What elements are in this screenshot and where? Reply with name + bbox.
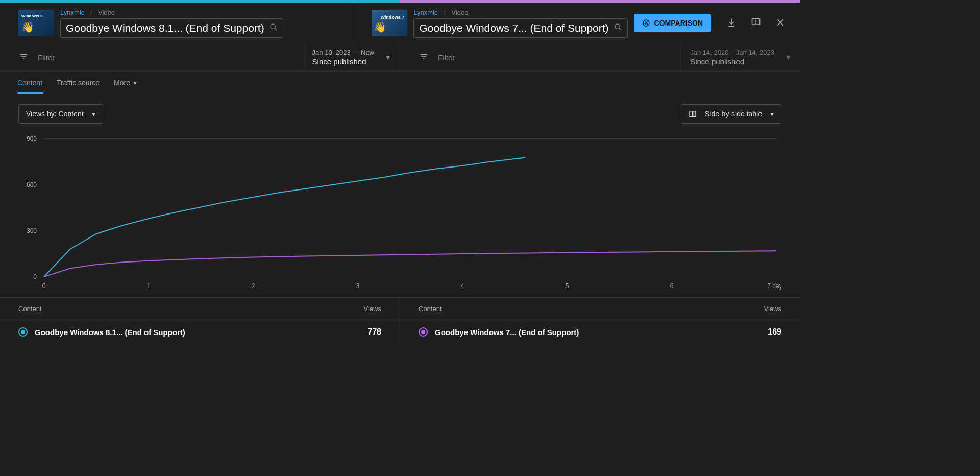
right-video-thumbnail[interactable]: 👋 Windows 7 [372,10,407,36]
side-by-side-dropdown[interactable]: Side-by-side table ▾ [681,104,781,124]
side-by-side-label: Side-by-side table [705,110,762,118]
svg-text:300: 300 [27,227,37,234]
filter-icon [18,52,29,63]
search-icon[interactable] [614,23,622,33]
views-by-label: Views by: Content [26,110,84,118]
right-filter-placeholder: Filter [438,53,455,62]
feedback-icon[interactable] [751,17,761,29]
breadcrumb-sep: / [90,9,92,16]
download-icon[interactable] [726,17,737,29]
chevron-down-icon: ▾ [92,110,95,118]
table-right-pane: Content Views Goodbye Windows 7... (End … [400,298,800,344]
header-actions [720,17,800,29]
series-radio-right[interactable] [419,327,428,337]
left-title-box[interactable]: Goodbye Windows 8.1... (End of Support) [60,18,283,38]
views-by-dropdown[interactable]: Views by: Content ▾ [18,104,103,124]
right-title-block: Lynxmic / Video Goodbye Windows 7... (En… [413,9,627,38]
chart-area: 030060090001234567 days [0,129,800,292]
left-breadcrumb-type: Video [98,9,115,16]
left-video-thumbnail[interactable]: Windows 8 👋 [18,10,54,36]
tabs-row: Content Traffic source More▾ [0,72,800,94]
svg-text:0: 0 [42,282,46,290]
search-icon[interactable] [270,23,278,33]
right-title-box[interactable]: Goodbye Windows 7... (End of Support) [413,18,627,38]
svg-point-2 [615,24,620,29]
filter-row: Filter Jan 10, 2023 — Now Since publishe… [0,43,800,72]
svg-text:2: 2 [252,282,255,290]
th-content: Content [18,305,320,313]
svg-text:1: 1 [147,282,151,290]
comparison-button-label: COMPARISON [654,19,703,27]
table-left-views: 778 [320,327,381,337]
svg-text:7 days: 7 days [767,282,781,290]
table-right-views: 169 [720,327,781,337]
right-breadcrumb-channel[interactable]: Lynxmic [413,9,437,16]
right-pane-header: 👋 Windows 7 Lynxmic / Video Goodbye Wind… [353,9,720,38]
left-title-block: Lynxmic / Video Goodbye Windows 8.1... (… [60,9,283,38]
series-radio-left[interactable] [18,327,28,337]
table-right-header: Content Views [400,298,800,320]
right-date-label: Since published [690,57,774,66]
left-filter-pane: Filter Jan 10, 2023 — Now Since publishe… [0,43,400,71]
thumb-os-label: Windows 8 [21,14,43,18]
wave-emoji-icon: 👋 [21,21,34,33]
svg-text:6: 6 [670,282,674,290]
chevron-down-icon: ▾ [770,110,774,118]
table-right-title: Goodbye Windows 7... (End of Support) [435,328,720,337]
comparison-button[interactable]: COMPARISON [634,14,711,32]
tab-traffic-source[interactable]: Traffic source [57,73,100,93]
header-row: Windows 8 👋 Lynxmic / Video Goodbye Wind… [0,3,800,43]
table-left-title: Goodbye Windows 8.1... (End of Support) [35,328,320,337]
tab-more[interactable]: More▾ [114,73,137,93]
filter-icon [419,52,429,63]
close-icon[interactable] [775,17,786,29]
svg-text:600: 600 [27,181,37,188]
right-breadcrumb-type: Video [451,9,468,16]
tab-content-label: Content [17,79,42,87]
svg-point-0 [271,24,275,29]
left-pane-header: Windows 8 👋 Lynxmic / Video Goodbye Wind… [0,9,353,38]
left-filter-input-area[interactable]: Filter [0,52,303,63]
tab-content[interactable]: Content [17,73,42,93]
right-filter-input-area[interactable]: Filter [400,52,680,63]
tab-more-label: More [114,79,130,87]
left-date-range: Jan 10, 2023 — Now [312,49,374,56]
svg-text:900: 900 [27,135,37,142]
comparison-table: Content Views Goodbye Windows 8.1... (En… [0,297,800,344]
chevron-down-icon: ▼ [384,53,391,61]
svg-rect-18 [690,111,692,117]
svg-line-3 [619,28,621,30]
th-content: Content [419,305,720,313]
svg-point-9 [756,23,756,23]
right-video-title: Goodbye Windows 7... (End of Support) [419,22,608,34]
controls-row: Views by: Content ▾ Side-by-side table ▾ [0,94,800,129]
tab-traffic-label: Traffic source [57,79,100,87]
table-right-row[interactable]: Goodbye Windows 7... (End of Support) 16… [400,320,800,344]
svg-text:0: 0 [33,273,37,280]
svg-text:5: 5 [566,282,569,290]
right-date-picker[interactable]: Jan 14, 2020 – Jan 14, 2023 Since publis… [680,44,800,70]
svg-line-1 [275,28,277,30]
svg-text:3: 3 [356,282,360,290]
table-left-row[interactable]: Goodbye Windows 8.1... (End of Support) … [0,320,400,344]
left-date-label: Since published [312,57,374,66]
views-chart[interactable]: 030060090001234567 days [18,134,781,292]
th-views: Views [320,305,381,313]
svg-text:4: 4 [461,282,464,290]
left-filter-placeholder: Filter [38,53,55,62]
svg-rect-19 [693,111,696,117]
thumb-os-label: Windows 7 [380,15,404,20]
close-circle-icon [642,19,650,27]
left-date-picker[interactable]: Jan 10, 2023 — Now Since published ▼ [303,44,400,70]
radio-dot [21,330,25,334]
table-left-header: Content Views [0,298,400,320]
wave-emoji-icon: 👋 [374,21,386,33]
breadcrumb-sep: / [444,9,446,16]
right-date-range: Jan 14, 2020 – Jan 14, 2023 [690,49,774,56]
radio-dot [421,330,425,334]
right-filter-pane: Filter Jan 14, 2020 – Jan 14, 2023 Since… [400,43,800,71]
left-breadcrumb: Lynxmic / Video [60,9,283,16]
left-breadcrumb-channel[interactable]: Lynxmic [60,9,84,16]
right-breadcrumb: Lynxmic / Video [413,9,627,16]
left-video-title: Goodbye Windows 8.1... (End of Support) [66,22,264,34]
